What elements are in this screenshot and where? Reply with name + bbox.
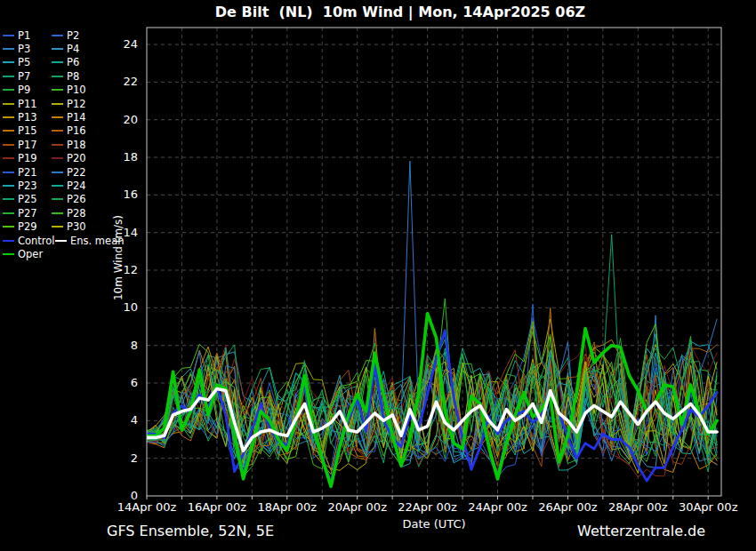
x-tick-label: 16Apr 00z — [181, 500, 253, 514]
x-tick-label: 18Apr 00z — [252, 500, 323, 514]
x-tick-label: 26Apr 00z — [532, 500, 603, 514]
y-tick-label: 16 — [111, 188, 138, 201]
y-tick-label: 18 — [111, 151, 138, 164]
x-axis-label: Date (UTC) — [345, 517, 523, 531]
y-tick-label: 20 — [111, 114, 138, 126]
footer-model-label: GFS Ensemble, 52N, 5E — [107, 523, 274, 539]
x-tick-label: 24Apr 00z — [462, 500, 534, 514]
x-tick-label: 14Apr 00z — [111, 500, 182, 514]
y-tick-label: 2 — [111, 452, 138, 465]
y-tick-label: 4 — [111, 414, 138, 427]
x-tick-label: 28Apr 00z — [602, 500, 673, 514]
footer-site-label: Wetterzentrale.de — [577, 523, 705, 539]
meteogram-page: De Bilt (NL) 10m Wind | Mon, 14Apr2025 0… — [0, 0, 756, 551]
y-tick-label: 24 — [111, 38, 138, 51]
x-tick-marks — [147, 496, 708, 499]
y-axis-label: 10m Wind (m/s) — [112, 204, 125, 311]
x-tick-label: 22Apr 00z — [392, 500, 463, 514]
x-tick-label: 20Apr 00z — [322, 500, 393, 514]
y-tick-label: 8 — [111, 339, 138, 352]
y-tick-label: 22 — [111, 76, 138, 88]
x-tick-label: 30Apr 00z — [672, 500, 744, 514]
data-lines — [147, 161, 717, 486]
y-tick-label: 6 — [111, 377, 138, 389]
